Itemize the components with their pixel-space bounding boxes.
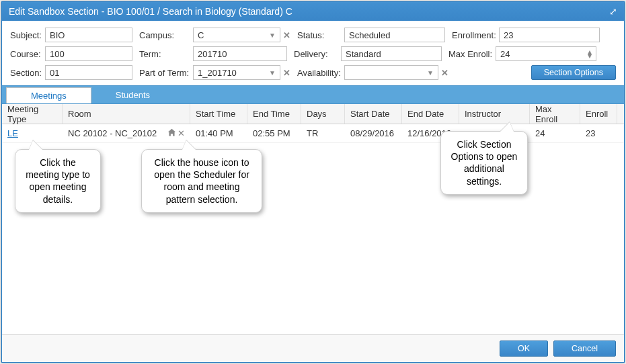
meeting-type-link[interactable]: LE bbox=[7, 128, 18, 138]
room-clear-icon[interactable]: ✕ bbox=[178, 128, 185, 139]
grid-header: Meeting Type Room Start Time End Time Da… bbox=[2, 104, 624, 124]
max-enroll-label: Max Enroll: bbox=[448, 49, 496, 59]
status-label: Status: bbox=[297, 30, 344, 40]
section-options-button[interactable]: Section Options bbox=[531, 65, 616, 80]
subject-input[interactable]: BIO bbox=[45, 28, 132, 42]
part-of-term-select[interactable]: 1_201710 ▼ bbox=[193, 65, 280, 80]
subject-label: Subject: bbox=[10, 30, 45, 40]
end-time-cell: 02:55 PM bbox=[247, 128, 301, 138]
dialog-footer: OK Cancel bbox=[2, 334, 624, 362]
availability-select[interactable]: ▼ bbox=[344, 65, 438, 80]
enrollment-input[interactable]: 23 bbox=[499, 28, 600, 42]
days-cell: TR bbox=[301, 128, 345, 138]
house-icon[interactable] bbox=[167, 128, 176, 139]
chevron-down-icon: ▼ bbox=[427, 69, 434, 77]
start-time-cell: 01:40 PM bbox=[190, 128, 247, 138]
campus-label: Campus: bbox=[139, 30, 193, 40]
section-input[interactable]: 01 bbox=[45, 65, 132, 80]
status-input[interactable]: Scheduled bbox=[344, 28, 445, 42]
chevron-down-icon: ▼ bbox=[269, 69, 276, 77]
titlebar: Edit Sandbox Section - BIO 100/01 / Sear… bbox=[2, 2, 624, 21]
availability-label: Availability: bbox=[297, 68, 344, 78]
delivery-input[interactable]: Standard bbox=[341, 46, 442, 61]
room-value: NC 20102 - NC_20102 bbox=[68, 128, 157, 138]
chevron-down-icon: ▼ bbox=[269, 32, 276, 39]
part-of-term-label: Part of Term: bbox=[139, 68, 193, 78]
delivery-label: Delivery: bbox=[294, 49, 341, 59]
max-enroll-input[interactable]: 24 ▴▾ bbox=[496, 46, 596, 61]
course-input[interactable]: 100 bbox=[45, 46, 132, 61]
enroll-cell: 23 bbox=[580, 128, 617, 138]
col-meeting-type[interactable]: Meeting Type bbox=[2, 104, 63, 124]
callout-meeting-type: Click the meeting type to open meeting d… bbox=[15, 149, 101, 213]
col-end-time[interactable]: End Time bbox=[247, 104, 301, 124]
col-max-enroll[interactable]: Max Enroll bbox=[530, 104, 580, 124]
spinner-icon[interactable]: ▴▾ bbox=[588, 50, 592, 58]
col-room[interactable]: Room bbox=[63, 104, 190, 124]
dialog-title: Edit Sandbox Section - BIO 100/01 / Sear… bbox=[9, 6, 292, 17]
callout-section-options: Click Section Options to open additional… bbox=[440, 131, 528, 195]
col-enroll[interactable]: Enroll bbox=[580, 104, 617, 124]
callout-house-icon: Click the house icon to open the Schedul… bbox=[141, 149, 262, 213]
col-start-time[interactable]: Start Time bbox=[190, 104, 247, 124]
campus-select[interactable]: C ▼ bbox=[193, 28, 280, 42]
col-instructor[interactable]: Instructor bbox=[459, 104, 530, 124]
tabbar: Meetings Students bbox=[2, 85, 624, 104]
col-days[interactable]: Days bbox=[301, 104, 345, 124]
tab-students[interactable]: Students bbox=[91, 86, 174, 103]
tab-meetings[interactable]: Meetings bbox=[6, 87, 91, 103]
term-label: Term: bbox=[139, 49, 193, 59]
table-row[interactable]: LE NC 20102 - NC_20102 ✕ 01:40 PM 02:55 … bbox=[2, 124, 624, 143]
expand-icon[interactable]: ⤢ bbox=[609, 6, 617, 17]
part-of-term-clear-icon[interactable]: ✕ bbox=[283, 68, 290, 78]
enrollment-label: Enrollment: bbox=[452, 30, 499, 40]
form-area: Subject: BIO Campus: C ▼ ✕ Status: Sched… bbox=[2, 21, 624, 85]
col-end-date[interactable]: End Date bbox=[402, 104, 459, 124]
start-date-cell: 08/29/2016 bbox=[345, 128, 402, 138]
term-input[interactable]: 201710 bbox=[193, 46, 287, 61]
col-start-date[interactable]: Start Date bbox=[345, 104, 402, 124]
ok-button[interactable]: OK bbox=[500, 340, 548, 357]
max-enroll-cell: 24 bbox=[530, 128, 580, 138]
cancel-button[interactable]: Cancel bbox=[553, 340, 616, 357]
campus-clear-icon[interactable]: ✕ bbox=[283, 30, 290, 40]
availability-clear-icon[interactable]: ✕ bbox=[441, 68, 448, 78]
section-label: Section: bbox=[10, 68, 45, 78]
course-label: Course: bbox=[10, 49, 45, 59]
